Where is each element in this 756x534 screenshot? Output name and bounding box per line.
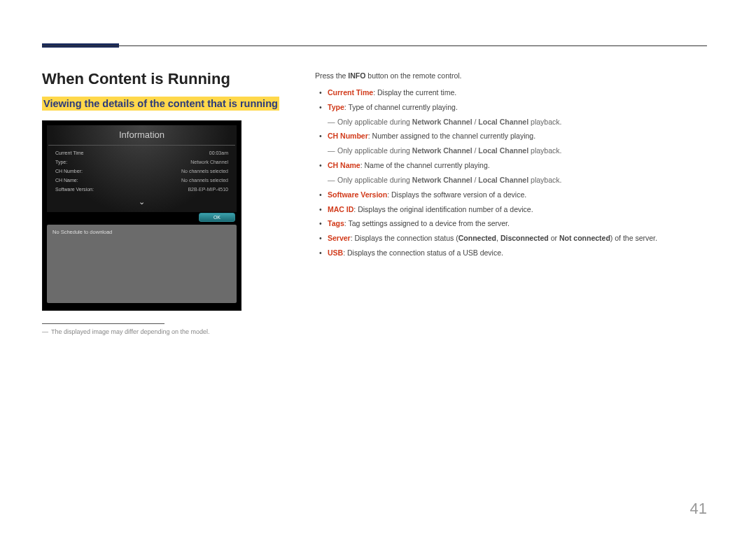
bullet: CH Number: Number assigned to the channe… <box>315 130 707 143</box>
bullet-label: Server <box>328 234 351 242</box>
info-rows: Current Time00:03amType:Network ChannelC… <box>48 145 235 195</box>
info-row-label: Type: <box>55 160 67 164</box>
bullet: USB: Displays the connection status of a… <box>315 247 707 260</box>
chevron-down-icon: ⌄ <box>48 197 235 208</box>
bullet: Server: Displays the connection status (… <box>315 232 707 245</box>
intro-bold: INFO <box>348 71 365 80</box>
heading-secondary: Viewing the details of the content that … <box>43 98 278 109</box>
caption-note: ―The displayed image may differ dependin… <box>42 328 287 335</box>
left-column: When Content is Running Viewing the deta… <box>42 70 287 335</box>
schedule-panel: No Schedule to download <box>47 225 237 303</box>
info-row-label: Software Version: <box>55 187 94 192</box>
device-screenshot: Information Current Time00:03amType:Netw… <box>42 120 241 311</box>
caption-text: The displayed image may differ depending… <box>51 328 209 335</box>
info-row: Software Version:B2B-EP-MIP-4510 <box>55 185 228 194</box>
bullet: MAC ID: Displays the original identifica… <box>315 204 707 216</box>
info-row-value: No channels selected <box>181 169 228 174</box>
bullet-label: MAC ID <box>328 205 354 213</box>
right-column: Press the INFO button on the remote cont… <box>315 70 707 335</box>
info-row-value: B2B-EP-MIP-4510 <box>188 187 228 192</box>
sub-bullet: Only applicable during Network Channel /… <box>315 145 707 157</box>
header-rule <box>42 45 707 46</box>
ok-button-row: OK <box>47 213 237 222</box>
intro-line: Press the INFO button on the remote cont… <box>315 70 707 83</box>
bullet: Type: Type of channel currently playing. <box>315 101 707 114</box>
bullet-label: Type <box>328 103 344 111</box>
sub-bullet: Only applicable during Network Channel /… <box>315 174 707 187</box>
bullet-label: Tags <box>328 219 344 227</box>
info-row-label: CH Number: <box>55 169 83 174</box>
info-row-value: 00:03am <box>209 150 228 155</box>
bullet-label: Software Version <box>328 190 387 199</box>
bullet: CH Name: Name of the channel currently p… <box>315 160 707 172</box>
info-row: CH Name:No channels selected <box>55 176 228 185</box>
bullet-label: USB <box>328 248 343 257</box>
intro-pre: Press the <box>315 71 348 80</box>
info-row: Current Time00:03am <box>55 148 228 157</box>
info-row: CH Number:No channels selected <box>55 167 228 176</box>
schedule-message: No Schedule to download <box>52 229 231 235</box>
info-row-label: CH Name: <box>55 178 78 183</box>
bullet-label: Current Time <box>328 88 373 97</box>
bullet-list: Current Time: Display the current time.T… <box>315 87 707 260</box>
bullet: Current Time: Display the current time. <box>315 87 707 99</box>
info-row-label: Current Time <box>55 150 83 155</box>
ok-button[interactable]: OK <box>199 213 235 222</box>
info-row-value: No channels selected <box>181 178 228 183</box>
heading-secondary-highlight: Viewing the details of the content that … <box>42 97 279 111</box>
info-row: Type:Network Channel <box>55 157 228 167</box>
caption-dash-icon: ― <box>42 328 48 335</box>
page-number: 41 <box>690 500 707 518</box>
sub-bullet: Only applicable during Network Channel /… <box>315 116 707 129</box>
info-row-value: Network Channel <box>190 160 228 164</box>
bullet-label: CH Name <box>328 161 360 169</box>
bullet: Software Version: Displays the software … <box>315 189 707 202</box>
caption-rule <box>42 323 164 324</box>
page-content: When Content is Running Viewing the deta… <box>0 0 756 356</box>
bullet: Tags: Tag settings assigned to a device … <box>315 218 707 230</box>
intro-post: button on the remote control. <box>365 71 461 80</box>
bullet-label: CH Number <box>328 132 368 140</box>
heading-primary: When Content is Running <box>42 70 287 88</box>
info-panel: Information Current Time00:03amType:Netw… <box>47 125 237 212</box>
info-panel-title: Information <box>48 127 235 145</box>
